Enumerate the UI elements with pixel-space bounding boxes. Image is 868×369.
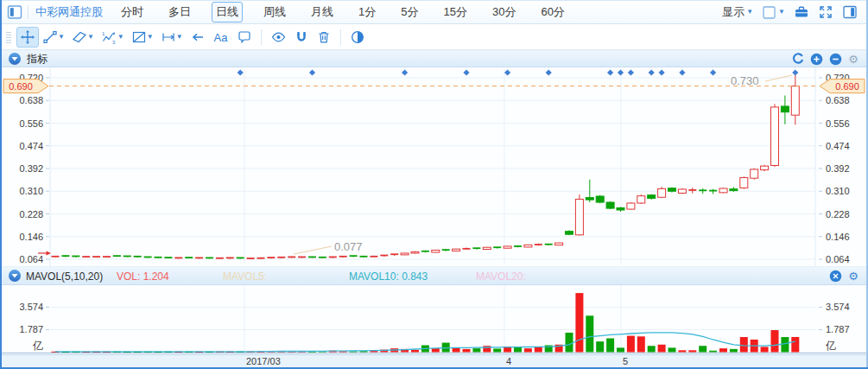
price-annotation-high: 0.730	[731, 74, 759, 87]
measure-tool-button[interactable]: ▼	[157, 27, 187, 48]
zoom-out-icon[interactable]	[829, 53, 842, 66]
volume-bar	[411, 350, 419, 353]
toolbar-grip-handle[interactable]	[4, 29, 13, 45]
stock-symbol[interactable]: 中彩网通控股	[35, 4, 103, 20]
candle	[771, 107, 779, 166]
text-tool-button[interactable]: Aa	[209, 27, 233, 48]
period-tab-15分[interactable]: 15分	[439, 2, 471, 22]
date-label: 4	[506, 356, 511, 367]
candle	[606, 202, 614, 208]
price-tick-label: 0.392	[826, 163, 850, 174]
volume-bar	[596, 341, 604, 352]
candle	[401, 253, 409, 255]
channel-tool-button[interactable]: ▼	[68, 27, 98, 48]
volume-bar	[627, 336, 635, 353]
candlestick-chart[interactable]: 0.7200.7200.6380.6380.5560.5560.4740.474…	[0, 67, 868, 266]
display-dropdown[interactable]: 显示 ▼	[722, 4, 753, 20]
volume-unit-label: 亿	[825, 340, 836, 352]
event-marker-icon[interactable]	[628, 70, 634, 76]
event-marker-icon[interactable]	[546, 70, 552, 76]
wave-tool-button[interactable]: 13 ▼	[98, 27, 128, 48]
price-tick-label: 0.064	[826, 254, 850, 264]
mavol-title[interactable]: MAVOL(5,10,20)	[26, 267, 103, 286]
sidebar-toggle-icon[interactable]	[842, 4, 858, 20]
stock-chart-window: 中彩网通控股 分时多日日线周线月线1分5分15分30分60分 显示 ▼ ▼	[0, 0, 868, 369]
period-tab-5分[interactable]: 5分	[396, 2, 422, 22]
volume-tick-label: 3.574	[19, 302, 43, 312]
volume-bar	[781, 337, 789, 352]
volume-bar	[648, 346, 656, 352]
trash-button[interactable]	[313, 27, 335, 48]
volume-bar	[678, 350, 686, 352]
collapse-panel-icon[interactable]	[9, 53, 21, 65]
back-arrow-button[interactable]	[187, 27, 209, 48]
gear-icon[interactable]: ⚙	[848, 270, 858, 282]
candle	[658, 188, 666, 197]
price-tick-label: 0.146	[826, 232, 850, 242]
candle	[566, 232, 573, 235]
price-tick-label: 0.638	[19, 95, 43, 105]
event-marker-icon[interactable]	[504, 70, 510, 76]
price-tick-label: 0.064	[19, 254, 43, 264]
magnet-toggle-button[interactable]	[290, 27, 313, 48]
candle	[719, 188, 727, 193]
period-tab-月线[interactable]: 月线	[307, 2, 338, 22]
toolbox-icon[interactable]	[794, 4, 809, 20]
pattern-tool-button[interactable]: ▼	[128, 27, 157, 48]
event-marker-icon[interactable]	[238, 70, 244, 76]
period-tab-周线[interactable]: 周线	[259, 2, 290, 22]
zoom-in-icon[interactable]	[810, 53, 823, 66]
price-tick-label: 0.556	[826, 118, 850, 129]
volume-bar	[658, 345, 666, 353]
volume-bar	[524, 348, 532, 352]
event-marker-icon[interactable]	[607, 70, 613, 76]
close-icon[interactable]	[829, 270, 842, 283]
volume-bar	[453, 347, 460, 352]
event-marker-icon[interactable]	[649, 70, 655, 76]
contrast-toggle-button[interactable]	[346, 27, 369, 48]
indicator-panel-title: 指标	[27, 52, 48, 67]
collapse-panel-icon[interactable]	[9, 270, 21, 282]
event-marker-icon[interactable]	[710, 70, 716, 76]
price-tick-label: 0.228	[19, 209, 43, 219]
chart-style-dropdown[interactable]: ▼	[762, 5, 785, 20]
volume-tick-label: 1.787	[826, 324, 850, 334]
period-tab-60分[interactable]: 60分	[536, 2, 568, 22]
volume-chart[interactable]: 3.5743.5741.7871.787亿亿	[0, 285, 868, 354]
volume-bar	[771, 330, 779, 352]
layout-icon[interactable]	[7, 4, 22, 20]
volume-bar	[606, 338, 614, 352]
pan-tool-button[interactable]	[16, 27, 39, 48]
price-tick-label: 0.392	[19, 163, 43, 174]
refresh-icon[interactable]	[792, 53, 804, 65]
event-marker-icon[interactable]	[402, 70, 408, 76]
gear-icon[interactable]: ⚙	[848, 54, 858, 65]
candle	[791, 86, 799, 116]
fullscreen-icon[interactable]	[818, 4, 833, 20]
event-marker-icon[interactable]	[659, 70, 665, 76]
eye-toggle-button[interactable]	[267, 27, 290, 48]
trend-line-tool-button[interactable]: ▼	[39, 27, 68, 48]
event-marker-icon[interactable]	[618, 70, 624, 76]
candle	[627, 203, 635, 209]
window-border-top	[0, 0, 868, 1]
period-tab-多日[interactable]: 多日	[164, 2, 195, 22]
svg-text:Aa: Aa	[213, 31, 228, 44]
comment-tool-button[interactable]	[233, 27, 256, 48]
period-tab-30分[interactable]: 30分	[488, 2, 520, 22]
price-tick-label: 0.474	[19, 141, 43, 151]
volume-tick-label: 1.787	[19, 324, 43, 334]
volume-bar	[709, 351, 717, 353]
event-marker-icon[interactable]	[679, 70, 685, 76]
current-price-value: 0.690	[835, 81, 859, 92]
candle	[555, 243, 563, 245]
event-marker-icon[interactable]	[309, 70, 315, 76]
volume-bar	[514, 347, 522, 353]
period-tab-分时[interactable]: 分时	[117, 2, 148, 22]
event-marker-icon[interactable]	[463, 70, 469, 76]
period-tab-日线[interactable]: 日线	[212, 2, 243, 22]
period-tab-1分[interactable]: 1分	[354, 2, 380, 22]
event-marker-icon[interactable]	[792, 70, 798, 76]
volume-panel-header: MAVOL(5,10,20) VOL: 1.204 MAVOL5: MAVOL1…	[2, 266, 866, 285]
window-border-left	[0, 0, 2, 369]
